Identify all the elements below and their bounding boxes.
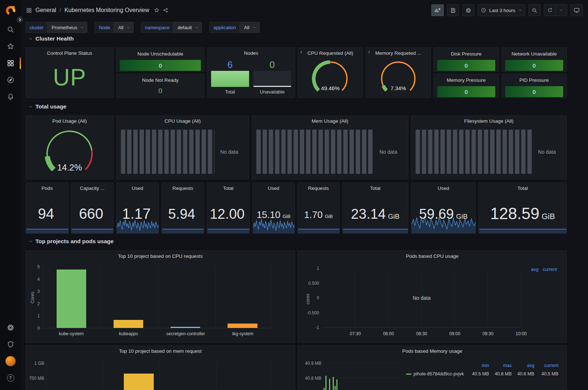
memory-requested-value: 7.34% — [366, 85, 431, 91]
panel-title[interactable]: Node Unschedulable — [117, 50, 204, 58]
variable-node-label: Node — [95, 22, 114, 33]
bar-chart-bars — [43, 267, 271, 328]
panel-stat-cpu-total: Total 12.00 — [207, 183, 250, 234]
grafana-logo[interactable] — [3, 3, 19, 18]
legend-col-min[interactable]: min — [466, 363, 489, 368]
panel-title[interactable]: Total — [343, 183, 408, 193]
stat-value: 1.70GiB — [298, 210, 339, 219]
panel-title[interactable]: Filesystem Usage (All) — [411, 116, 566, 126]
panel-title[interactable]: Pods based Memory usage — [298, 346, 566, 356]
panel-title[interactable]: Requests — [162, 183, 204, 193]
no-data-text: No data — [538, 130, 562, 174]
sidebar-item-configuration[interactable] — [3, 320, 19, 335]
node-not-ready-value: 0 — [117, 87, 204, 95]
section-cluster-health[interactable]: Cluster Health — [28, 35, 74, 42]
variable-application: application All — [209, 22, 260, 33]
sidebar-item-server-admin[interactable] — [3, 337, 19, 352]
panel-title[interactable]: Used — [411, 183, 476, 193]
series-name[interactable]: pihole-85784dd9cc-pvjvk — [413, 371, 466, 376]
stat-value: 59.69GiB — [411, 207, 476, 221]
dashboard-title[interactable]: Kubernetes Monitoring Overview — [64, 7, 149, 14]
variable-application-value[interactable]: All — [240, 22, 259, 33]
panel-title[interactable]: Network Unavailable — [502, 50, 566, 58]
star-icon — [154, 7, 160, 13]
panel-title[interactable]: Nodes — [207, 48, 295, 58]
legend-avg[interactable]: avg — [531, 267, 538, 272]
y-axis-ticks: 40.9 MB 40.8 MB — [301, 361, 321, 381]
breadcrumb: General / Kubernetes Monitoring Overview — [26, 7, 169, 14]
sidebar-item-search[interactable] — [3, 22, 19, 37]
zoom-out-time-button[interactable] — [528, 4, 541, 16]
bar-chart-plot — [43, 267, 271, 328]
panel-title[interactable]: CPU Usage (All) — [117, 116, 249, 126]
refresh-button[interactable] — [544, 4, 555, 16]
panel-title[interactable]: Node Not Ready — [117, 76, 204, 84]
dashboard-settings-button[interactable] — [462, 4, 474, 16]
sidebar-item-alerting[interactable] — [3, 89, 19, 104]
panel-title[interactable]: Pod Usage (All) — [26, 116, 113, 126]
info-icon[interactable]: i — [301, 50, 302, 54]
share-dashboard-button[interactable] — [163, 7, 169, 13]
legend-col-max[interactable]: max — [489, 363, 512, 368]
panel-title[interactable]: Memory Pressure — [434, 76, 499, 84]
nodes-total-bar — [211, 71, 249, 87]
refresh-icon — [547, 7, 553, 13]
stat-value: 15.10GiB — [253, 210, 294, 219]
section-total-usage[interactable]: Total usage — [28, 103, 66, 110]
sidebar-expand-button[interactable] — [17, 16, 23, 23]
panel-title[interactable]: PID Pressure — [502, 76, 566, 84]
favorite-dashboard-button[interactable] — [154, 7, 160, 13]
pid-pressure-value: 0 — [505, 86, 563, 97]
sidebar-item-explore[interactable] — [3, 73, 19, 87]
clock-icon — [481, 7, 486, 13]
gear-icon — [465, 7, 471, 14]
kiosk-mode-button[interactable] — [570, 4, 583, 16]
panel-title[interactable]: Pods — [26, 183, 68, 193]
variable-node-value[interactable]: All — [114, 22, 133, 33]
chevron-right-icon — [19, 18, 22, 21]
variable-cluster-value[interactable]: Prometheus — [47, 22, 87, 33]
panel-title[interactable]: Memory Requeted ... — [366, 48, 431, 58]
panel-title[interactable]: Pods based CPU usage — [298, 251, 566, 261]
nodes-unavailable-label: Unavailable — [253, 89, 291, 95]
lcd-cells — [416, 130, 532, 174]
panel-title[interactable]: Control Plane Status — [26, 48, 113, 58]
add-panel-button[interactable] — [431, 4, 444, 16]
panel-pid-pressure: PID Pressure 0 — [501, 74, 567, 98]
refresh-interval-dropdown[interactable] — [555, 4, 567, 16]
save-dashboard-button[interactable] — [447, 4, 459, 16]
panel-title[interactable]: Top 10 project based on mem request — [26, 346, 295, 356]
x-axis-labels: 07:30 08:00 08:30 09:00 09:30 10:00 — [322, 331, 521, 337]
breadcrumb-folder[interactable]: General — [35, 7, 56, 14]
sidebar-item-profile[interactable] — [3, 354, 19, 368]
panel-title[interactable]: Mem Usage (All) — [252, 116, 408, 126]
nodes-total-column: 6 Total — [211, 60, 249, 95]
legend-col-avg[interactable]: avg — [512, 363, 534, 368]
variable-namespace-value[interactable]: default — [173, 22, 202, 33]
variable-cluster-label: cluster — [26, 22, 47, 33]
sidebar-item-starred[interactable] — [3, 39, 19, 54]
legend-current[interactable]: current — [543, 267, 557, 272]
panel-title[interactable]: Total — [479, 183, 566, 193]
panel-title[interactable]: Total — [207, 183, 249, 193]
bell-icon — [7, 93, 15, 101]
legend-col-current[interactable]: current — [534, 363, 558, 368]
panel-title[interactable]: Top 10 project based on CPU requests — [26, 251, 295, 261]
panel-title[interactable]: Used — [117, 183, 159, 193]
sparkline — [479, 228, 567, 233]
info-icon[interactable]: i — [369, 50, 370, 54]
section-title: Cluster Health — [35, 35, 74, 42]
sidebar-item-dashboards[interactable] — [3, 56, 19, 70]
time-range-picker[interactable]: Last 3 hours — [478, 4, 525, 16]
stat-value: 23.14GiB — [343, 207, 408, 221]
panel-title[interactable]: Requests — [298, 183, 339, 193]
panel-title[interactable]: Capacity ... — [71, 183, 113, 193]
search-icon — [7, 26, 15, 34]
section-top-projects[interactable]: Top projects and pods usage — [28, 238, 114, 245]
panel-title[interactable]: Used — [253, 183, 294, 193]
panel-title[interactable]: CPU Requested (All) — [298, 48, 363, 58]
header-actions: Last 3 hours — [431, 4, 583, 16]
sidebar-item-help[interactable]: ? — [3, 371, 19, 385]
panel-title[interactable]: Disk Pressure — [434, 50, 499, 58]
panel-node-not-ready: Node Not Ready 0 — [116, 74, 205, 98]
